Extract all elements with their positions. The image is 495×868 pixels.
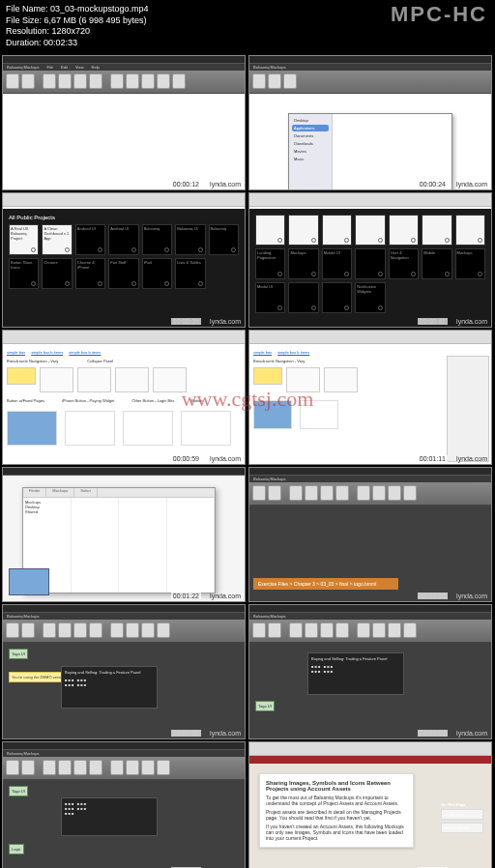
preview-box[interactable] [7,411,57,446]
sidebar-item[interactable]: Desktop [292,117,329,124]
project-card[interactable]: Notification Widgets [355,282,385,313]
project-card[interactable]: A Real UX Balsamiq Project [9,224,39,255]
project-card[interactable] [288,215,318,246]
togo-badge[interactable]: Togo UI [9,649,28,659]
tool-button[interactable] [141,73,155,89]
project-card[interactable]: Mobile [422,248,451,279]
preview-box[interactable] [181,411,231,446]
project-card[interactable]: Mockups [288,248,318,279]
tool-button[interactable] [172,73,186,89]
project-card[interactable]: iPad [142,258,172,289]
preview-box[interactable] [300,400,338,429]
sidebar-item[interactable]: Downloads [292,140,329,147]
project-card[interactable]: Chrome & iPhone [75,258,105,289]
project-card[interactable] [322,215,352,246]
lynda-brand: lynda.com [456,593,487,599]
tab[interactable]: simple box b items [277,350,309,355]
thumb-6[interactable]: simple box simple box b items Breadcrumb… [248,330,492,465]
project-card[interactable]: Balsamiq [142,224,172,255]
togo-badge[interactable]: Togo UI [9,786,28,796]
project-card[interactable] [288,282,318,313]
thumb-11[interactable]: Balsamiq Mockups Togo UI ■ ■ ■ ■ ■ ■ ■ ■… [2,741,246,868]
project-card[interactable]: A Clean Dashboard v.1 App [42,224,72,255]
preview-box[interactable] [253,400,292,429]
tab[interactable]: simple box [7,350,25,355]
sidebar-item[interactable]: Movies [292,148,329,155]
widget[interactable] [40,367,73,392]
sidebar-item[interactable]: Documents [292,132,329,139]
thumb-2[interactable]: Balsamiq Mockups Desktop Applications Do… [248,55,492,190]
tool-button[interactable] [6,73,19,89]
tool-button[interactable] [110,73,124,89]
widget[interactable] [324,367,358,392]
tool-button[interactable] [73,73,87,89]
tool-button[interactable] [126,73,139,89]
thumb-3[interactable]: All Public Projects A Real UX Balsamiq P… [2,192,246,328]
sidebar-item-selected[interactable]: Applications [292,125,329,131]
project-card[interactable]: Modal UI [255,282,285,313]
toolbar [3,620,245,643]
tab[interactable]: simple box b items [31,350,63,355]
column[interactable] [72,498,120,593]
sidebar-box[interactable]: Introduction [441,809,483,820]
project-card[interactable]: Android UI [75,224,105,255]
tab[interactable]: simple box [253,350,272,355]
tool-button[interactable] [58,73,72,89]
thumb-12[interactable]: Sharing Images, Symbols and Icons Betwee… [248,741,492,868]
tool-button[interactable] [157,73,170,89]
feature-panel[interactable]: Buying and Selling: Trading a Feature Pa… [307,652,404,695]
column[interactable] [119,498,167,593]
project-card[interactable]: User & Navigation [389,248,419,279]
logic-badge[interactable]: Logic [9,844,24,854]
tab[interactable]: Safari [74,488,97,497]
thumb-1[interactable]: Balsamiq MockupsFileEditViewHelp 00:00:1… [2,55,246,190]
project-card[interactable] [389,215,419,246]
widget[interactable] [115,367,149,392]
tool-button[interactable] [21,73,35,89]
inspector-panel[interactable] [447,356,489,462]
column[interactable] [167,498,216,593]
widget[interactable] [153,367,187,392]
project-card[interactable]: Button Giant Icons [9,258,39,289]
thumb-7[interactable]: Finder Mockups Safari Mockups Desktop Sh… [2,467,246,602]
finder-window[interactable]: Finder Mockups Safari Mockups Desktop Sh… [22,487,216,593]
project-card[interactable] [322,282,352,313]
project-card[interactable]: Mockups [455,248,485,279]
project-card[interactable] [255,215,285,246]
preview-box[interactable] [123,411,173,446]
sidebar-item[interactable]: Music [292,156,329,162]
tool-button[interactable] [43,73,56,89]
widget[interactable] [286,367,320,392]
project-card[interactable]: Balsamiq [209,224,239,255]
tool-button[interactable] [89,73,102,89]
widget[interactable] [77,367,111,392]
project-card[interactable]: Landing Pagination [255,248,285,279]
project-card[interactable]: Android UI [108,224,138,255]
project-card[interactable] [422,215,451,246]
thumb-9[interactable]: Balsamiq Mockups Togo UI You're using th… [2,604,246,739]
tab[interactable]: Finder [23,488,46,497]
project-card[interactable]: Mobile UI [322,248,352,279]
togo-badge[interactable]: Togo UI [255,701,275,711]
preview-box[interactable] [65,411,115,446]
project-card[interactable]: Lists & Tables [175,258,205,289]
widget[interactable] [7,367,36,385]
thumb-5[interactable]: simple box simple box b items simple box… [2,330,246,465]
project-card[interactable]: Chrome [42,258,72,289]
project-card[interactable]: Balsamiq UI [175,224,205,255]
preview-thumb[interactable] [9,568,49,595]
tab[interactable]: Mockups [46,488,74,497]
thumb-8[interactable]: Balsamiq Mockups Exercise Files > Chapte… [248,467,492,602]
project-card[interactable] [455,215,485,246]
feature-panel[interactable]: Buying and Selling: Trading a Feature Pa… [61,666,158,709]
widget[interactable] [253,367,282,385]
feature-panel[interactable]: ■ ■ ■ ■ ■ ■ ■ ■ ■ ■ ■ ■ ■ ■ ■ [61,797,158,836]
project-card[interactable] [355,248,385,279]
tab[interactable]: simple box b items [69,350,101,355]
project-card[interactable]: Fun Stuff [108,258,138,289]
thumb-4[interactable]: Landing Pagination Mockups Mobile UI Use… [248,192,492,328]
thumb-10[interactable]: Balsamiq Mockups Buying and Selling: Tra… [248,604,492,739]
sidebar-box[interactable]: Related Articles [441,823,483,833]
project-card[interactable] [355,215,385,246]
file-dialog[interactable]: Desktop Applications Documents Downloads… [288,113,452,190]
